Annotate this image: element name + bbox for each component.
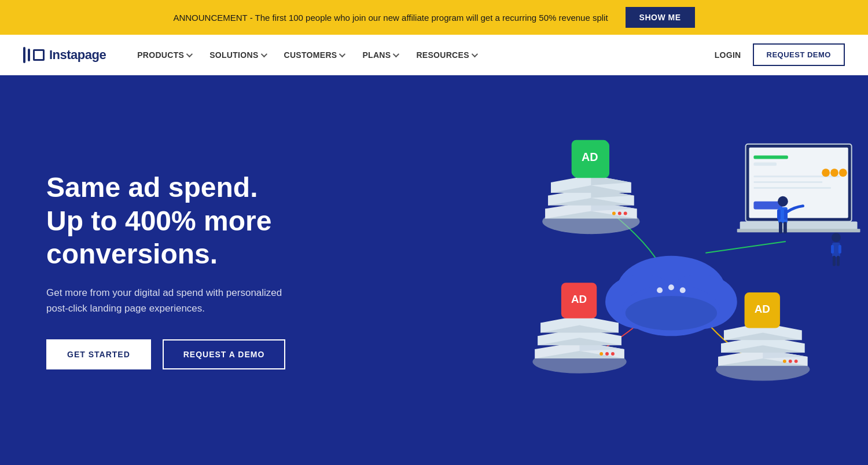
svg-point-20 xyxy=(789,360,792,363)
navbar: Instapage PRODUCTS SOLUTIONS CUSTOMERS P… xyxy=(0,35,868,75)
chevron-down-icon xyxy=(339,50,345,57)
laptop xyxy=(737,144,860,232)
nav-item-customers[interactable]: CUSTOMERS xyxy=(276,46,352,64)
svg-point-31 xyxy=(822,169,830,177)
svg-text:AD: AD xyxy=(755,303,770,315)
chevron-down-icon xyxy=(186,50,193,57)
svg-point-13 xyxy=(611,352,615,356)
svg-point-14 xyxy=(605,352,609,356)
svg-point-4 xyxy=(626,296,717,330)
svg-point-32 xyxy=(830,169,838,177)
svg-rect-48 xyxy=(837,256,840,266)
hero-svg: AD AD xyxy=(463,75,868,465)
svg-rect-36 xyxy=(737,229,860,232)
svg-text:AD: AD xyxy=(571,293,587,305)
logo[interactable]: Instapage xyxy=(23,47,106,63)
hero-illustration: AD AD xyxy=(463,75,868,465)
logo-text: Instapage xyxy=(49,47,106,63)
person-2 xyxy=(831,233,841,266)
show-me-button[interactable]: SHOW ME xyxy=(626,7,695,28)
cloud-dot xyxy=(657,287,663,293)
request-demo-hero-button[interactable]: REQUEST A DEMO xyxy=(163,339,286,369)
hero-section: Same ad spend. Up to 400% more conversio… xyxy=(0,75,868,465)
cloud-dot xyxy=(680,287,686,293)
svg-rect-45 xyxy=(831,245,834,254)
svg-point-15 xyxy=(599,352,603,356)
hero-subtext: Get more from your digital ad spend with… xyxy=(46,285,289,316)
nav-links: PRODUCTS SOLUTIONS CUSTOMERS PLANS RESOU… xyxy=(129,46,714,64)
hero-content: Same ad spend. Up to 400% more conversio… xyxy=(46,171,393,369)
login-link[interactable]: LOGIN xyxy=(715,50,741,60)
nav-actions: LOGIN REQUEST DEMO xyxy=(715,43,845,66)
svg-point-43 xyxy=(832,233,841,242)
svg-rect-39 xyxy=(777,210,781,220)
request-demo-button[interactable]: REQUEST DEMO xyxy=(753,43,845,66)
svg-rect-42 xyxy=(784,222,787,233)
svg-point-8 xyxy=(612,212,616,215)
svg-point-6 xyxy=(624,212,627,215)
svg-point-19 xyxy=(795,360,798,363)
nav-item-solutions[interactable]: SOLUTIONS xyxy=(201,46,273,64)
svg-rect-46 xyxy=(838,245,841,254)
logo-icon xyxy=(23,47,45,63)
svg-text:AD: AD xyxy=(582,151,598,163)
svg-rect-41 xyxy=(779,222,782,233)
announcement-text: ANNOUNCEMENT - The first 100 people who … xyxy=(173,13,608,23)
svg-point-37 xyxy=(778,196,788,207)
nav-item-plans[interactable]: PLANS xyxy=(354,46,406,64)
chevron-down-icon xyxy=(260,50,267,57)
svg-point-33 xyxy=(839,169,847,177)
server-green: AD xyxy=(542,140,639,234)
svg-rect-27 xyxy=(753,162,777,166)
get-started-button[interactable]: GET STARTED xyxy=(46,339,151,369)
hero-buttons: GET STARTED REQUEST A DEMO xyxy=(46,339,393,369)
chevron-down-icon xyxy=(472,50,478,57)
svg-rect-30 xyxy=(753,187,831,189)
svg-point-7 xyxy=(618,212,621,215)
announcement-bar: ANNOUNCEMENT - The first 100 people who … xyxy=(0,0,868,35)
nav-item-resources[interactable]: RESOURCES xyxy=(408,46,484,64)
svg-rect-29 xyxy=(753,181,822,183)
svg-point-21 xyxy=(783,360,786,363)
hero-headline: Same ad spend. Up to 400% more conversio… xyxy=(46,171,393,271)
svg-rect-47 xyxy=(833,256,836,266)
chevron-down-icon xyxy=(393,50,399,57)
cloud-dot xyxy=(668,284,674,290)
svg-rect-26 xyxy=(753,156,788,159)
nav-item-products[interactable]: PRODUCTS xyxy=(129,46,199,64)
